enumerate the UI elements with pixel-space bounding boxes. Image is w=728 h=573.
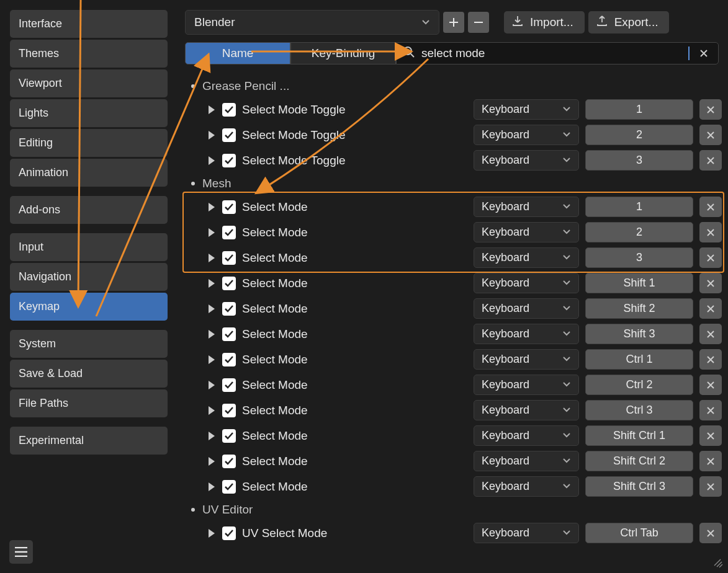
enable-checkbox[interactable] — [222, 480, 236, 494]
input-type-select[interactable]: Keyboard — [474, 197, 579, 217]
remove-keymap-button[interactable] — [699, 400, 722, 420]
key-assignment-button[interactable]: Shift 1 — [585, 273, 693, 293]
remove-keymap-button[interactable] — [699, 324, 722, 344]
expand-toggle[interactable] — [207, 381, 216, 389]
enable-checkbox[interactable] — [222, 378, 236, 392]
remove-keymap-button[interactable] — [699, 273, 722, 293]
key-assignment-button[interactable]: 3 — [585, 150, 693, 171]
expand-toggle[interactable] — [207, 457, 216, 466]
sidebar-item-save-load[interactable]: Save & Load — [10, 360, 168, 388]
expand-toggle[interactable] — [207, 203, 216, 211]
expand-toggle[interactable] — [207, 131, 216, 140]
expand-toggle[interactable] — [207, 529, 216, 538]
sidebar-item-interface[interactable]: Interface — [10, 10, 168, 38]
input-type-select[interactable]: Keyboard — [474, 523, 579, 543]
keymap-section-header[interactable]: Grease Pencil ... — [185, 76, 722, 97]
remove-keymap-button[interactable] — [699, 99, 722, 120]
input-type-select[interactable]: Keyboard — [474, 222, 579, 242]
import-button[interactable]: Import... — [504, 11, 585, 33]
enable-checkbox[interactable] — [222, 353, 236, 366]
remove-keymap-button[interactable] — [699, 451, 722, 471]
input-type-select[interactable]: Keyboard — [474, 150, 579, 171]
expand-toggle[interactable] — [207, 406, 216, 415]
key-assignment-button[interactable]: 1 — [585, 99, 693, 120]
remove-keymap-button[interactable] — [699, 476, 722, 497]
expand-toggle[interactable] — [207, 482, 216, 491]
input-type-select[interactable]: Keyboard — [474, 349, 579, 370]
enable-checkbox[interactable] — [222, 302, 236, 316]
sidebar-item-input[interactable]: Input — [10, 233, 168, 261]
search-tab-keybinding[interactable]: Key-Binding — [290, 42, 396, 64]
input-type-select[interactable]: Keyboard — [474, 273, 579, 293]
expand-toggle[interactable] — [207, 254, 216, 262]
keymap-preset-select[interactable]: Blender — [185, 10, 439, 35]
remove-keymap-button[interactable] — [699, 523, 722, 543]
enable-checkbox[interactable] — [222, 526, 236, 540]
sidebar-item-navigation[interactable]: Navigation — [10, 263, 168, 291]
key-assignment-button[interactable]: Ctrl 1 — [585, 349, 693, 370]
input-type-select[interactable]: Keyboard — [474, 125, 579, 145]
input-type-select[interactable]: Keyboard — [474, 400, 579, 420]
key-assignment-button[interactable]: Shift 2 — [585, 298, 693, 319]
enable-checkbox[interactable] — [222, 455, 236, 468]
expand-toggle[interactable] — [207, 355, 216, 364]
search-input[interactable] — [421, 47, 690, 60]
enable-checkbox[interactable] — [222, 226, 236, 239]
remove-keymap-button[interactable] — [699, 375, 722, 395]
key-assignment-button[interactable]: Ctrl 2 — [585, 375, 693, 395]
enable-checkbox[interactable] — [222, 154, 236, 167]
key-assignment-button[interactable]: Shift Ctrl 2 — [585, 451, 693, 471]
enable-checkbox[interactable] — [222, 251, 236, 265]
sidebar-item-experimental[interactable]: Experimental — [10, 427, 168, 455]
input-type-select[interactable]: Keyboard — [474, 99, 579, 120]
input-type-select[interactable]: Keyboard — [474, 324, 579, 344]
sidebar-item-file-paths[interactable]: File Paths — [10, 389, 168, 417]
expand-toggle[interactable] — [207, 330, 216, 339]
expand-toggle[interactable] — [207, 304, 216, 313]
key-assignment-button[interactable]: Shift Ctrl 1 — [585, 425, 693, 446]
clear-search-button[interactable] — [696, 45, 712, 61]
sidebar-item-add-ons[interactable]: Add-ons — [10, 196, 168, 224]
input-type-select[interactable]: Keyboard — [474, 247, 579, 268]
key-assignment-button[interactable]: Ctrl Tab — [585, 523, 693, 543]
remove-preset-button[interactable] — [468, 12, 489, 33]
key-assignment-button[interactable]: 2 — [585, 222, 693, 242]
sidebar-item-system[interactable]: System — [10, 330, 168, 358]
expand-toggle[interactable] — [207, 105, 216, 114]
hamburger-menu-button[interactable] — [9, 540, 33, 564]
key-assignment-button[interactable]: Ctrl 3 — [585, 400, 693, 420]
search-tab-name[interactable]: Name — [185, 42, 290, 64]
input-type-select[interactable]: Keyboard — [474, 476, 579, 497]
remove-keymap-button[interactable] — [699, 222, 722, 242]
keymap-section-header[interactable]: Mesh — [185, 173, 722, 194]
expand-toggle[interactable] — [207, 228, 216, 237]
remove-keymap-button[interactable] — [699, 298, 722, 319]
enable-checkbox[interactable] — [222, 103, 236, 117]
expand-toggle[interactable] — [207, 279, 216, 288]
expand-toggle[interactable] — [207, 156, 216, 165]
remove-keymap-button[interactable] — [699, 125, 722, 145]
enable-checkbox[interactable] — [222, 128, 236, 142]
sidebar-item-keymap[interactable]: Keymap — [10, 293, 168, 321]
sidebar-item-lights[interactable]: Lights — [10, 99, 168, 127]
key-assignment-button[interactable]: Shift 3 — [585, 324, 693, 344]
input-type-select[interactable]: Keyboard — [474, 298, 579, 319]
sidebar-item-animation[interactable]: Animation — [10, 159, 168, 187]
remove-keymap-button[interactable] — [699, 349, 722, 370]
enable-checkbox[interactable] — [222, 429, 236, 443]
expand-toggle[interactable] — [207, 432, 216, 440]
remove-keymap-button[interactable] — [699, 197, 722, 217]
enable-checkbox[interactable] — [222, 404, 236, 417]
input-type-select[interactable]: Keyboard — [474, 451, 579, 471]
key-assignment-button[interactable]: Shift Ctrl 3 — [585, 476, 693, 497]
remove-keymap-button[interactable] — [699, 425, 722, 446]
input-type-select[interactable]: Keyboard — [474, 425, 579, 446]
input-type-select[interactable]: Keyboard — [474, 375, 579, 395]
export-button[interactable]: Export... — [588, 11, 670, 33]
sidebar-item-editing[interactable]: Editing — [10, 129, 168, 157]
enable-checkbox[interactable] — [222, 277, 236, 290]
sidebar-item-viewport[interactable]: Viewport — [10, 69, 168, 97]
keymap-section-header[interactable]: UV Editor — [185, 499, 722, 520]
remove-keymap-button[interactable] — [699, 247, 722, 268]
enable-checkbox[interactable] — [222, 327, 236, 341]
